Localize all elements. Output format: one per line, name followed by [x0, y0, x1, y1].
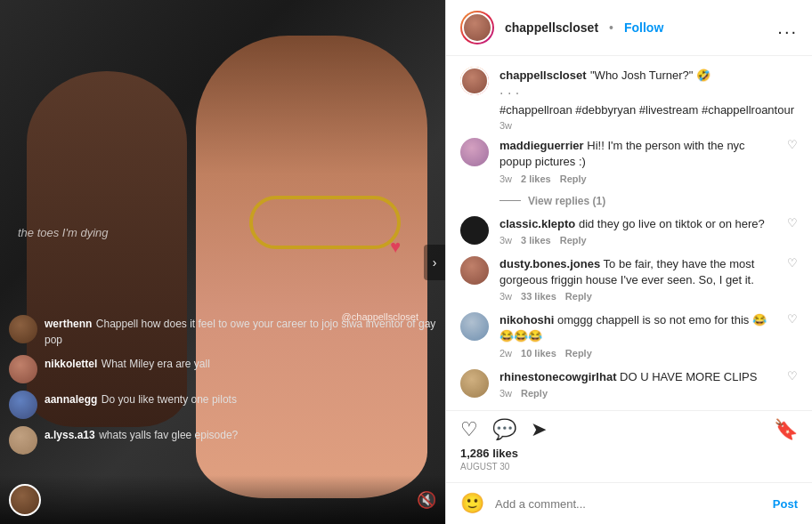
video-profile-avatar — [9, 484, 41, 516]
chat-username: nikkolettel — [45, 358, 97, 370]
action-icons-row: ♡ 💬 ➤ 🔖 — [460, 418, 798, 441]
comment-username[interactable]: maddieguerrier — [499, 139, 584, 152]
chat-text: a.lyss.a13 whats yalls fav glee episode? — [45, 426, 436, 443]
comment-text: rhinestonecowgirlhat DO U HAVE MORE CLIP… — [499, 369, 776, 385]
view-replies-button[interactable]: View replies (1) — [499, 195, 798, 207]
comment-avatar — [460, 216, 489, 245]
chat-text: aannalegg Do you like twenty one pilots — [45, 391, 436, 407]
like-button[interactable]: ♡ — [460, 418, 478, 441]
comment-reply-button[interactable]: Reply — [560, 235, 587, 246]
comment-body: classic.klepto did they go live on tikto… — [499, 216, 776, 246]
chat-avatar — [9, 355, 37, 383]
comment-reply-button[interactable]: Reply — [565, 291, 592, 302]
caption-body: chappellscloset "Who Josh Turner?" 🤣 · ·… — [499, 67, 798, 131]
comment-username[interactable]: nikohoshi — [499, 313, 554, 326]
comment-body: rhinestonecowgirlhat DO U HAVE MORE CLIP… — [499, 369, 776, 399]
comment-avatar — [460, 256, 489, 285]
chat-content: whats yalls fav glee episode? — [99, 429, 238, 441]
chat-username: a.lyss.a13 — [45, 429, 95, 441]
chat-content: What Miley era are yall — [102, 358, 210, 370]
comment-reply-button[interactable]: Reply — [560, 173, 587, 184]
chat-text: werthenn Chappell how does it feel to ow… — [45, 315, 436, 348]
video-bottom-bar: 🔇 — [0, 475, 445, 524]
comment-likes: 33 likes — [521, 291, 556, 302]
comment-item: nikohoshi omggg chappell is so not emo f… — [460, 312, 798, 358]
chat-avatar — [9, 315, 37, 343]
header-dot: • — [609, 20, 613, 35]
comment-like-button[interactable]: ♡ — [787, 138, 798, 183]
comment-like-button[interactable]: ♡ — [787, 216, 798, 246]
comment-likes: 2 likes — [521, 173, 551, 184]
comment-reply-button[interactable]: Reply — [521, 388, 548, 399]
actions-bar: ♡ 💬 ➤ 🔖 1,286 likes August 30 — [446, 410, 812, 482]
view-replies-label[interactable]: View replies (1) — [528, 195, 605, 207]
comment-body: dusty.bones.jones To be fair, they have … — [499, 256, 776, 302]
chat-username: aannalegg — [45, 393, 97, 406]
comment-username[interactable]: rhinestonecowgirlhat — [499, 370, 616, 383]
comment-item: rhinestonecowgirlhat DO U HAVE MORE CLIP… — [460, 369, 798, 399]
comments-scroll-area[interactable]: chappellscloset "Who Josh Turner?" 🤣 · ·… — [446, 56, 812, 410]
chat-message: a.lyss.a13 whats yalls fav glee episode? — [9, 426, 436, 455]
more-options-button[interactable]: ... — [777, 18, 798, 38]
view-replies-line — [499, 200, 521, 201]
comment-like-button[interactable]: ♡ — [787, 312, 798, 358]
expand-button[interactable]: › — [424, 245, 445, 280]
comment-likes: 3 likes — [521, 235, 551, 246]
caption-time: 3w — [499, 120, 512, 131]
comment-meta: 3w 3 likes Reply — [499, 235, 776, 246]
chat-area: werthenn Chappell how does it feel to ow… — [9, 315, 436, 462]
comment-item: dusty.bones.jones To be fair, they have … — [460, 256, 798, 302]
comment-input[interactable] — [495, 497, 762, 511]
mute-icon[interactable]: 🔇 — [417, 490, 436, 510]
comment-time: 3w — [499, 388, 512, 399]
comment-time: 2w — [499, 348, 512, 359]
share-button[interactable]: ➤ — [531, 418, 547, 441]
comment-avatar — [460, 312, 489, 341]
comment-time: 3w — [499, 173, 512, 184]
caption-dots: · · · — [499, 85, 798, 101]
likes-count: 1,286 likes — [460, 447, 798, 460]
comment-text: classic.klepto did they go live on tikto… — [499, 216, 776, 232]
comment-input-area: 🙂 Post — [446, 482, 812, 524]
chat-username: werthenn — [45, 318, 92, 330]
heart-icon: ♥ — [390, 237, 401, 257]
chat-content: Chappell how does it feel to owe your ca… — [45, 318, 435, 347]
comment-username[interactable]: classic.klepto — [499, 217, 575, 230]
comment-like-button[interactable]: ♡ — [787, 256, 798, 302]
comment-body: nikohoshi omggg chappell is so not emo f… — [499, 312, 776, 358]
emoji-button[interactable]: 🙂 — [460, 492, 484, 515]
comment-like-button[interactable]: ♡ — [787, 369, 798, 399]
comment-item: classic.klepto did they go live on tikto… — [460, 216, 798, 246]
caption-username[interactable]: chappellscloset — [499, 69, 587, 82]
header-avatar — [462, 12, 492, 43]
caption-block: chappellscloset "Who Josh Turner?" 🤣 · ·… — [460, 67, 798, 131]
glasses-overlay — [249, 196, 401, 249]
caption-avatar — [460, 67, 489, 95]
chat-avatar — [9, 426, 37, 455]
comment-meta: 3w 2 likes Reply — [499, 173, 776, 184]
video-background: the toes I'm dying @chappellscloset ♥ we… — [0, 0, 445, 524]
comment-body: maddieguerrier Hi!! I'm the person with … — [499, 138, 776, 183]
chat-avatar — [9, 391, 37, 419]
comment-time: 3w — [499, 235, 512, 246]
comment-button[interactable]: 💬 — [492, 418, 516, 441]
chat-message: aannalegg Do you like twenty one pilots — [9, 391, 436, 419]
chat-content: Do you like twenty one pilots — [102, 393, 237, 406]
chat-message: werthenn Chappell how does it feel to ow… — [9, 315, 436, 348]
comment-reply-button[interactable]: Reply — [565, 348, 592, 359]
post-comment-button[interactable]: Post — [773, 497, 798, 511]
header-avatar-ring — [460, 11, 494, 44]
comment-username[interactable]: dusty.bones.jones — [499, 257, 600, 270]
caption-avatar-inner — [460, 67, 489, 95]
header-username[interactable]: chappellscloset — [505, 20, 598, 35]
chat-text: nikkolettel What Miley era are yall — [45, 355, 436, 372]
follow-button[interactable]: Follow — [624, 20, 663, 35]
overlay-text: the toes I'm dying — [18, 226, 108, 239]
video-panel: the toes I'm dying @chappellscloset ♥ we… — [0, 0, 445, 524]
caption-hashtags: #chappellroan #debbyryan #livestream #ch… — [499, 103, 798, 117]
comment-meta: 3w Reply — [499, 388, 776, 399]
comments-panel: chappellscloset • Follow ... chappellscl… — [445, 0, 812, 524]
comment-time: 3w — [499, 291, 512, 302]
bookmark-button[interactable]: 🔖 — [774, 418, 798, 441]
comment-text: nikohoshi omggg chappell is so not emo f… — [499, 312, 776, 344]
